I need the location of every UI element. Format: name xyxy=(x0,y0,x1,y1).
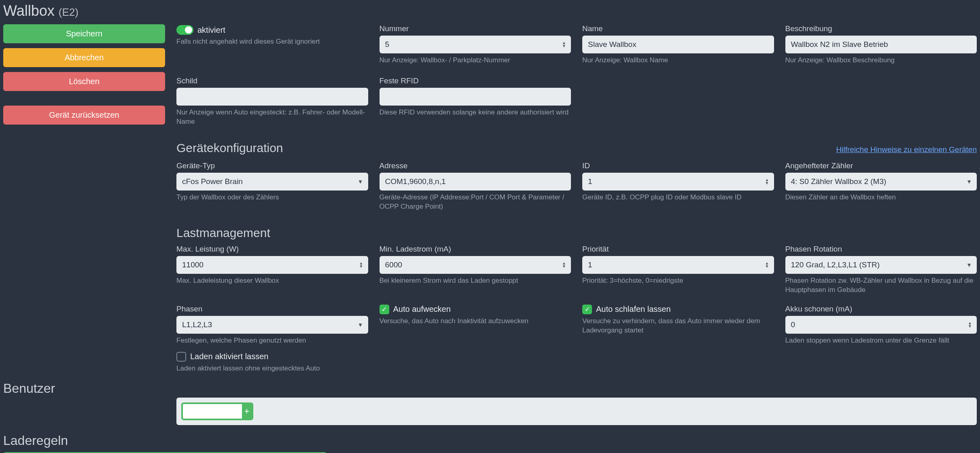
schild-field: Schild Nur Anzeige wenn Auto eingesteckt… xyxy=(176,76,368,127)
users-panel: + xyxy=(176,398,977,425)
auto-wake-help: Versuche, das Auto nach Inaktivität aufz… xyxy=(380,317,571,326)
device-type-label: Geräte-Typ xyxy=(176,161,368,170)
users-heading: Benutzer xyxy=(3,381,977,396)
auto-wake-field: ✓ Auto aufwecken Versuche, das Auto nach… xyxy=(380,305,571,326)
name-label: Name xyxy=(582,24,774,33)
auto-sleep-field: ✓ Auto schlafen lassen Versuche zu verhi… xyxy=(582,305,774,335)
keep-charging-label: Laden aktiviert lassen xyxy=(190,352,268,361)
priority-input[interactable] xyxy=(582,256,774,274)
min-current-input[interactable] xyxy=(380,256,571,274)
priority-label: Priorität xyxy=(582,245,774,254)
phases-help: Festlegen, welche Phasen genutzt werden xyxy=(176,336,368,345)
id-input[interactable] xyxy=(582,173,774,191)
schild-help: Nur Anzeige wenn Auto eingesteckt: z.B. … xyxy=(176,108,368,127)
keep-charging-checkbox[interactable] xyxy=(176,352,186,362)
description-field: Beschreibung Nur Anzeige: Wallbox Beschr… xyxy=(785,24,977,65)
id-help: Geräte ID, z.B. OCPP plug ID oder Modbus… xyxy=(582,193,774,202)
description-input[interactable] xyxy=(785,36,977,53)
title-suffix: (E2) xyxy=(59,6,78,18)
priority-field: Priorität ▲▼ Priorität: 3=höchste, 0=nie… xyxy=(582,245,774,286)
battery-save-help: Laden stoppen wenn Ladestrom unter die G… xyxy=(785,336,977,345)
attached-meter-field: Angehefteter Zähler ▼ Diesen Zähler an d… xyxy=(785,161,977,202)
id-label: ID xyxy=(582,161,774,170)
title-main: Wallbox xyxy=(3,2,55,19)
activated-help: Falls nicht angehakt wird dieses Gerät i… xyxy=(176,37,368,47)
address-field: Adresse Geräte-Adresse (IP Addresse:Port… xyxy=(380,161,571,212)
priority-help: Priorität: 3=höchste, 0=niedrigste xyxy=(582,276,774,286)
max-power-field: Max. Leistung (W) ▲▼ Max. Ladeleistung d… xyxy=(176,245,368,286)
number-field: Nummer ▲▼ Nur Anzeige: Wallbox- / Parkpl… xyxy=(380,24,571,65)
config-heading: Gerätekonfiguration xyxy=(176,141,283,155)
number-help: Nur Anzeige: Wallbox- / Parkplatz-Nummer xyxy=(380,56,571,65)
rfid-field: Feste RFID Diese RFID verwenden solange … xyxy=(380,76,571,117)
number-input[interactable] xyxy=(380,36,571,53)
keep-charging-help: Laden aktiviert lassen ohne eingesteckte… xyxy=(176,364,368,373)
phase-rotation-select[interactable] xyxy=(785,256,977,274)
rules-heading: Laderegeln xyxy=(3,433,977,448)
address-help: Geräte-Adresse (IP Addresse:Port / COM P… xyxy=(380,193,571,212)
keep-charging-field: Laden aktiviert lassen Laden aktiviert l… xyxy=(176,352,368,373)
activated-field: aktiviert Falls nicht angehakt wird dies… xyxy=(176,24,368,47)
add-user-control: + xyxy=(181,402,253,420)
schild-label: Schild xyxy=(176,76,368,85)
page-title: Wallbox (E2) xyxy=(3,2,977,19)
action-sidebar: Speichern Abbrechen Löschen Gerät zurück… xyxy=(3,24,165,125)
device-type-help: Typ der Wallbox oder des Zählers xyxy=(176,193,368,202)
activated-label: aktiviert xyxy=(197,25,225,35)
name-help: Nur Anzeige: Wallbox Name xyxy=(582,56,774,65)
phases-label: Phasen xyxy=(176,305,368,313)
add-user-input[interactable] xyxy=(183,404,242,419)
config-help-link[interactable]: Hilfreiche Hinweise zu einzelnen Geräten xyxy=(836,145,977,154)
activated-toggle[interactable] xyxy=(176,25,193,35)
auto-sleep-help: Versuche zu verhindern, dass das Auto im… xyxy=(582,317,774,335)
max-power-label: Max. Leistung (W) xyxy=(176,245,368,254)
description-label: Beschreibung xyxy=(785,24,977,33)
cancel-button[interactable]: Abbrechen xyxy=(3,48,165,67)
rfid-help: Diese RFID verwenden solange keine ander… xyxy=(380,108,571,117)
phases-field: Phasen ▼ Festlegen, welche Phasen genutz… xyxy=(176,305,368,345)
attached-meter-help: Diesen Zähler an die Wallbox heften xyxy=(785,193,977,202)
attached-meter-select[interactable] xyxy=(785,173,977,191)
save-button[interactable]: Speichern xyxy=(3,24,165,43)
battery-save-label: Akku schonen (mA) xyxy=(785,305,977,313)
min-current-label: Min. Ladestrom (mA) xyxy=(380,245,571,254)
rfid-label: Feste RFID xyxy=(380,76,571,85)
description-help: Nur Anzeige: Wallbox Beschreibung xyxy=(785,56,977,65)
phase-rotation-help: Phasen Rotation zw. WB-Zähler und Wallbo… xyxy=(785,276,977,295)
add-user-button[interactable]: + xyxy=(242,404,252,419)
id-field: ID ▲▼ Geräte ID, z.B. OCPP plug ID oder … xyxy=(582,161,774,202)
battery-save-field: Akku schonen (mA) ▲▼ Laden stoppen wenn … xyxy=(785,305,977,345)
schild-input[interactable] xyxy=(176,88,368,106)
reset-device-button[interactable]: Gerät zurücksetzen xyxy=(3,106,165,125)
battery-save-input[interactable] xyxy=(785,316,977,334)
number-label: Nummer xyxy=(380,24,571,33)
attached-meter-label: Angehefteter Zähler xyxy=(785,161,977,170)
min-current-field: Min. Ladestrom (mA) ▲▼ Bei kleinerem Str… xyxy=(380,245,571,286)
device-type-field: Geräte-Typ ▼ Typ der Wallbox oder des Zä… xyxy=(176,161,368,202)
auto-sleep-label: Auto schlafen lassen xyxy=(596,305,671,314)
delete-button[interactable]: Löschen xyxy=(3,72,165,91)
phases-select[interactable] xyxy=(176,316,368,334)
auto-wake-label: Auto aufwecken xyxy=(393,305,451,314)
phase-rotation-label: Phasen Rotation xyxy=(785,245,977,254)
auto-sleep-checkbox[interactable]: ✓ xyxy=(582,305,592,314)
min-current-help: Bei kleinerem Strom wird das Laden gesto… xyxy=(380,276,571,286)
phase-rotation-field: Phasen Rotation ▼ Phasen Rotation zw. WB… xyxy=(785,245,977,295)
loadmgmt-heading: Lastmanagement xyxy=(176,226,977,240)
max-power-input[interactable] xyxy=(176,256,368,274)
name-input[interactable] xyxy=(582,36,774,53)
name-field: Name Nur Anzeige: Wallbox Name xyxy=(582,24,774,65)
auto-wake-checkbox[interactable]: ✓ xyxy=(380,305,389,314)
rfid-input[interactable] xyxy=(380,88,571,106)
max-power-help: Max. Ladeleistung dieser Wallbox xyxy=(176,276,368,286)
device-type-select[interactable] xyxy=(176,173,368,191)
address-label: Adresse xyxy=(380,161,571,170)
address-input[interactable] xyxy=(380,173,571,191)
